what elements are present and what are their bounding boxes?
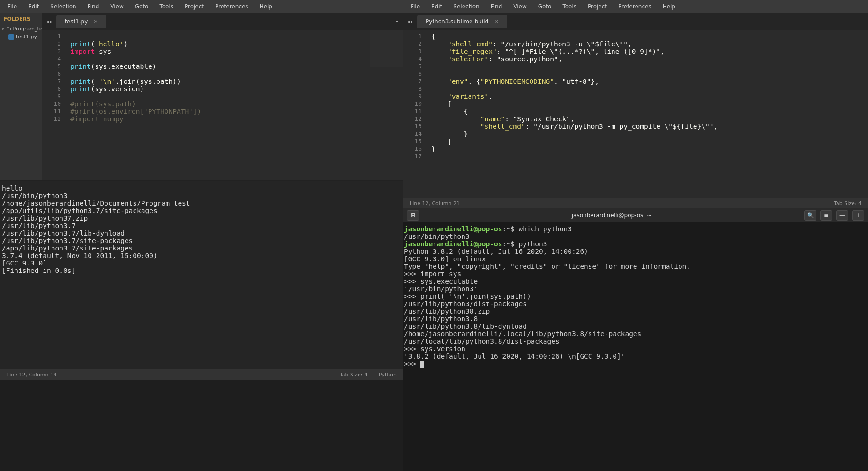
menu-selection[interactable]: Selection [449,1,484,12]
status-pos-left: Line 12, Column 14 [7,372,57,378]
terminal-toolbar: ⊞ jasonberardinelli@pop-os: ~ 🔍 ≡ — + [403,208,868,222]
tab-test1[interactable]: test1.py × [56,15,106,28]
tab-next-icon[interactable]: ▸ [411,18,413,25]
terminal-title: jasonberardinelli@pop-os: ~ [423,212,801,219]
tab-close-icon[interactable]: × [93,18,98,25]
status-bar-left: Line 12, Column 14 Tab Size: 4 Python [0,369,403,380]
folder-icon: 🗀 [6,26,11,32]
menu-edit[interactable]: Edit [23,1,44,12]
file-name: test1.py [16,34,37,40]
menu-preferences[interactable]: Preferences [210,1,253,12]
sidebar-folder[interactable]: ▾ 🗀 Program_tes [0,25,42,33]
folder-name: Program_tes [13,26,42,32]
sublime-window-right: File Edit Selection Find View Goto Tools… [403,0,868,208]
tab-nav: ◂ ▸ [407,18,413,25]
build-output-panel[interactable]: hello /usr/bin/python3 /home/jasonberard… [0,180,403,380]
code-text-right[interactable]: { "shell_cmd": "/usr/bin/python3 -u \"$f… [426,30,723,208]
menu-view[interactable]: View [105,1,128,12]
new-tab-button[interactable]: ⊞ [407,210,419,221]
status-bar-right: Line 12, Column 21 Tab Size: 4 [403,198,868,208]
more-tabs-icon[interactable]: ▾ [396,18,398,25]
status-tabsize-left[interactable]: Tab Size: 4 [340,372,367,378]
status-tabsize-right[interactable]: Tab Size: 4 [834,200,861,206]
menu-preferences[interactable]: Preferences [614,1,656,12]
menu-file[interactable]: File [3,1,22,12]
menu-project[interactable]: Project [180,1,209,12]
tab-prev-icon[interactable]: ◂ [407,18,410,25]
menubar-right: File Edit Selection Find View Goto Tools… [403,0,868,13]
maximize-icon[interactable]: + [852,210,864,221]
tab-close-icon[interactable]: × [494,18,499,25]
menu-edit[interactable]: Edit [427,1,447,12]
search-icon[interactable]: 🔍 [804,210,816,221]
sidebar-title: FOLDERS [0,13,42,25]
tab-bar-left: ◂ ▸ test1.py × ▾ [42,13,403,30]
menu-goto[interactable]: Goto [533,1,556,12]
python-file-icon [8,34,14,40]
menu-find[interactable]: Find [83,1,104,12]
tab-nav: ◂ ▸ [46,18,52,25]
tab-buildfile[interactable]: Python3.sublime-build × [417,15,507,28]
menu-help[interactable]: Help [658,1,680,12]
gutter-right: 1234567891011121314151617 [403,30,426,208]
minimize-icon[interactable]: — [836,210,848,221]
folder-caret-icon: ▾ [2,27,4,31]
menu-icon[interactable]: ≡ [820,210,832,221]
menu-tools[interactable]: Tools [155,1,178,12]
menu-selection[interactable]: Selection [45,1,81,12]
sidebar-file[interactable]: test1.py [0,33,42,41]
terminal-window: ⊞ jasonberardinelli@pop-os: ~ 🔍 ≡ — + ja… [403,208,868,471]
menu-file[interactable]: File [406,1,425,12]
menu-project[interactable]: Project [583,1,612,12]
menu-tools[interactable]: Tools [558,1,581,12]
tab-prev-icon[interactable]: ◂ [46,18,49,25]
minimap-left[interactable] [370,30,403,67]
tab-label: test1.py [65,18,88,25]
tab-next-icon[interactable]: ▸ [50,18,52,25]
status-syntax-left[interactable]: Python [379,372,397,378]
menubar-left: File Edit Selection Find View Goto Tools… [0,0,403,13]
code-area-right[interactable]: 1234567891011121314151617 { "shell_cmd":… [403,30,868,208]
status-pos-right: Line 12, Column 21 [410,200,460,206]
tab-bar-right: ◂ ▸ Python3.sublime-build × [403,13,868,30]
tab-label: Python3.sublime-build [426,18,488,25]
menu-help[interactable]: Help [255,1,277,12]
menu-find[interactable]: Find [486,1,507,12]
menu-goto[interactable]: Goto [130,1,153,12]
terminal-body[interactable]: jasonberardinelli@pop-os:~$ which python… [403,222,868,471]
menu-view[interactable]: View [509,1,531,12]
